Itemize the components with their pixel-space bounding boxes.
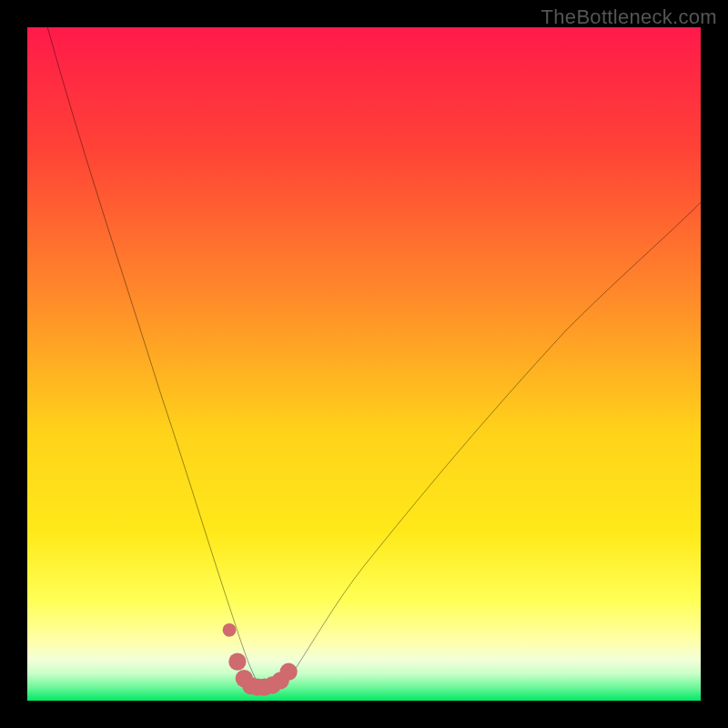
plot-area	[27, 27, 701, 701]
svg-point-1	[223, 623, 237, 637]
bottleneck-markers-svg	[27, 27, 701, 701]
svg-point-2	[228, 652, 246, 670]
chart-frame: TheBottleneck.com	[0, 0, 728, 728]
bottleneck-markers	[223, 623, 298, 696]
watermark-text: TheBottleneck.com	[541, 5, 717, 29]
svg-point-9	[280, 663, 298, 681]
